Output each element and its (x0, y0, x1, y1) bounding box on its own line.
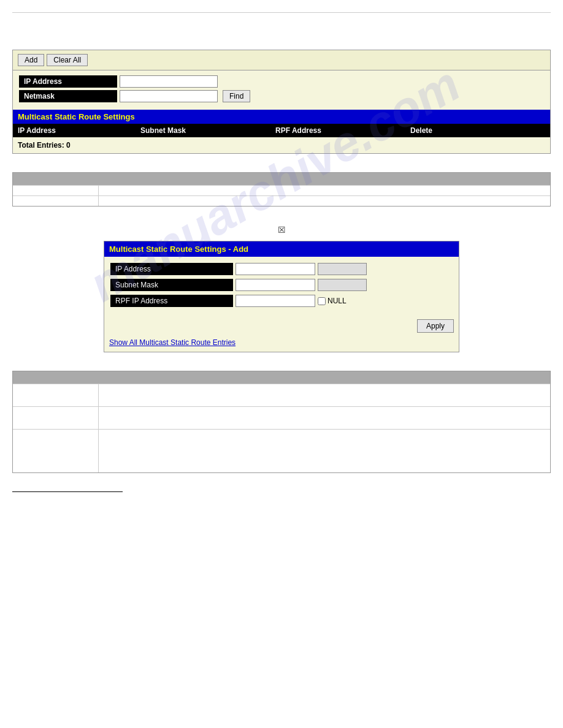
add-rpf-input[interactable] (236, 295, 315, 307)
total-entries: Total Entries: 0 (13, 137, 550, 153)
gray-header-1 (13, 173, 550, 185)
add-rpf-row: RPF IP Address NULL (110, 295, 453, 307)
bottom-link-area (12, 491, 551, 492)
col-rpf-header: RPF Address (270, 124, 405, 137)
ip-address-input[interactable] (120, 75, 218, 88)
table-header-row: IP Address Subnet Mask RPF Address Delet… (13, 124, 550, 137)
search-form: IP Address Netmask Find (13, 70, 550, 110)
ip-address-row: IP Address (19, 75, 544, 88)
clear-all-button[interactable]: Clear All (47, 54, 88, 66)
three-row-label-1 (13, 384, 99, 406)
gray-value-2 (99, 196, 550, 206)
ip-address-label: IP Address (19, 75, 117, 88)
add-form-area: IP Address Subnet Mask RPF IP Address NU… (104, 257, 459, 317)
three-row-3 (13, 429, 550, 472)
add-button[interactable]: Add (18, 54, 44, 66)
three-row-label-2 (13, 407, 99, 429)
find-button[interactable]: Find (223, 90, 250, 102)
show-all-link-container: Show All Multicast Static Route Entries (104, 335, 459, 352)
gray-row-1 (13, 185, 550, 195)
close-icon-container: ☒ (12, 225, 551, 235)
add-dialog: Multicast Static Route Settings - Add IP… (104, 241, 459, 352)
three-row-value-2 (99, 407, 550, 429)
col-subnet-header: Subnet Mask (136, 124, 270, 137)
add-apply-row: Apply (104, 317, 459, 335)
netmask-input[interactable] (120, 90, 218, 102)
netmask-label: Netmask (19, 90, 117, 102)
three-row-value-1 (99, 384, 550, 406)
gray-label-1 (13, 186, 99, 195)
gray-header-2 (13, 371, 550, 384)
close-icon[interactable]: ☒ (278, 225, 286, 235)
three-row-table (13, 384, 550, 472)
add-rpf-label: RPF IP Address (110, 295, 233, 307)
gray-row-2 (13, 195, 550, 206)
gray-value-1 (99, 186, 550, 195)
gray-section-1 (12, 172, 551, 207)
col-ip-header: IP Address (13, 124, 136, 137)
three-row-value-3 (99, 430, 550, 472)
three-row-1 (13, 384, 550, 406)
add-ip-input[interactable] (236, 263, 315, 275)
add-subnet-input[interactable] (236, 279, 315, 291)
multicast-route-section: Add Clear All IP Address Netmask Find Mu… (12, 50, 551, 154)
null-label: NULL (327, 297, 347, 305)
bottom-underline (12, 491, 123, 492)
top-divider (12, 12, 551, 13)
netmask-row: Netmask Find (19, 90, 544, 102)
add-ip-label: IP Address (110, 263, 233, 275)
add-dialog-header: Multicast Static Route Settings - Add (104, 241, 459, 257)
null-checkbox[interactable] (318, 297, 326, 305)
add-ip-row: IP Address (110, 263, 453, 275)
add-subnet-row: Subnet Mask (110, 279, 453, 291)
gray-label-2 (13, 196, 99, 206)
toolbar: Add Clear All (13, 50, 550, 70)
gray-section-2 (12, 371, 551, 473)
apply-button[interactable]: Apply (417, 319, 454, 333)
three-row-2 (13, 406, 550, 429)
show-all-link[interactable]: Show All Multicast Static Route Entries (109, 338, 236, 347)
null-checkbox-area: NULL (318, 297, 347, 305)
col-delete-header: Delete (405, 124, 550, 137)
table-section-header: Multicast Static Route Settings (13, 110, 550, 124)
add-subnet-label: Subnet Mask (110, 279, 233, 291)
three-row-label-3 (13, 430, 99, 472)
